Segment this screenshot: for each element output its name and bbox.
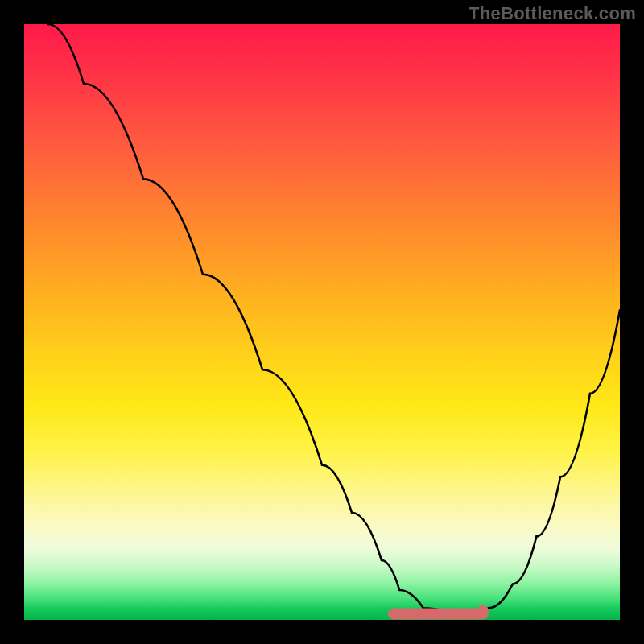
flat-pink-end-dot bbox=[477, 605, 489, 617]
plot-area bbox=[24, 24, 620, 620]
chart-frame: TheBottleneck.com bbox=[0, 0, 644, 644]
bottleneck-curve bbox=[48, 24, 620, 614]
curve-layer bbox=[24, 24, 620, 620]
watermark-text: TheBottleneck.com bbox=[469, 3, 636, 24]
